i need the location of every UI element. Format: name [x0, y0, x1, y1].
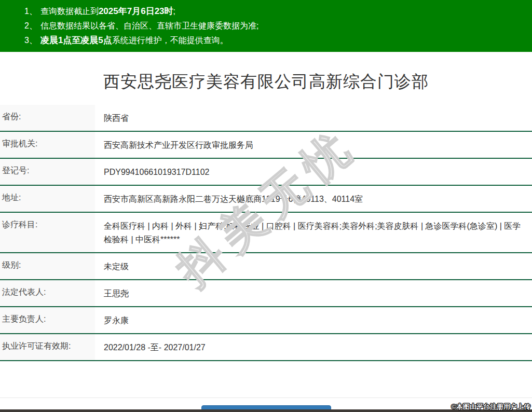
- notice-bold-text: 凌晨1点至凌晨5点: [40, 35, 112, 45]
- row-value: 全科医疗科 | 内科 | 外科 | 妇产科;妇科专业 | 口腔科 | 医疗美容科…: [95, 213, 532, 252]
- row-label: 级别:: [0, 253, 95, 279]
- table-row: 省份:陕西省: [0, 105, 532, 132]
- notice-bold-text: 2025年7月6日23时: [99, 6, 173, 16]
- row-label: 主要负责人:: [0, 307, 95, 333]
- row-value: 未定级: [95, 253, 532, 279]
- table-row: 级别:未定级: [0, 253, 532, 280]
- notice-item: 1、查询数据截止到2025年7月6日23时;: [24, 4, 522, 19]
- table-row: 地址:西安市高新区高新路永阳二巷万达天樾底商1219号6幢40113、40114…: [0, 186, 532, 213]
- row-label: 诊疗科目:: [0, 213, 95, 252]
- notice-number: 3、: [24, 36, 37, 45]
- notice-list: 1、查询数据截止到2025年7月6日23时;2、信息数据结果以各省、自治区、直辖…: [24, 4, 522, 48]
- row-label: 省份:: [0, 105, 95, 131]
- notice-banner: 1、查询数据截止到2025年7月6日23时;2、信息数据结果以各省、自治区、直辖…: [0, 0, 532, 52]
- row-value: PDY99410661019317D1102: [95, 159, 532, 185]
- table-row: 登记号:PDY99410661019317D1102: [0, 159, 532, 186]
- notice-text: 信息数据结果以各省、自治区、直辖市卫生健康委数据为准;: [40, 21, 258, 30]
- info-table: 省份:陕西省审批机关:西安高新技术产业开发区行政审批服务局登记号:PDY9941…: [0, 105, 532, 361]
- table-row: 审批机关:西安高新技术产业开发区行政审批服务局: [0, 132, 532, 159]
- row-value: 罗永康: [95, 307, 532, 333]
- row-value: 西安高新技术产业开发区行政审批服务局: [95, 132, 532, 158]
- row-label: 地址:: [0, 186, 95, 212]
- notice-text: 系统进行维护，不能提供查询。: [112, 36, 228, 45]
- row-value: 2022/01/28 -至- 2027/01/27: [95, 334, 532, 360]
- row-label: 审批机关:: [0, 132, 95, 158]
- row-label: 登记号:: [0, 159, 95, 185]
- row-value: 西安市高新区高新路永阳二巷万达天樾底商1219号6幢40113、40114室: [95, 186, 532, 212]
- row-value: 陕西省: [95, 105, 532, 131]
- page-title: 西安思尧医疗美容有限公司高新综合门诊部: [0, 52, 532, 105]
- notice-item: 3、凌晨1点至凌晨5点系统进行维护，不能提供查询。: [24, 33, 522, 48]
- table-row: 主要负责人:罗永康: [0, 307, 532, 334]
- row-label: 法定代表人:: [0, 280, 95, 306]
- table-row: 法定代表人:王思尧: [0, 280, 532, 307]
- table-row: 诊疗科目:全科医疗科 | 内科 | 外科 | 妇产科;妇科专业 | 口腔科 | …: [0, 213, 532, 253]
- notice-item: 2、信息数据结果以各省、自治区、直辖市卫生健康委数据为准;: [24, 19, 522, 33]
- table-row: 执业许可证有效期:2022/01/28 -至- 2027/01/27: [0, 334, 532, 361]
- notice-text: ;: [173, 7, 175, 16]
- footer-divider: [0, 397, 532, 398]
- upload-credit: ©本图由平台注册用户上传: [451, 402, 530, 411]
- notice-number: 2、: [24, 21, 37, 30]
- notice-number: 1、: [24, 7, 37, 16]
- row-label: 执业许可证有效期:: [0, 334, 95, 360]
- notice-text: 查询数据截止到: [40, 7, 99, 16]
- row-value: 王思尧: [95, 280, 532, 306]
